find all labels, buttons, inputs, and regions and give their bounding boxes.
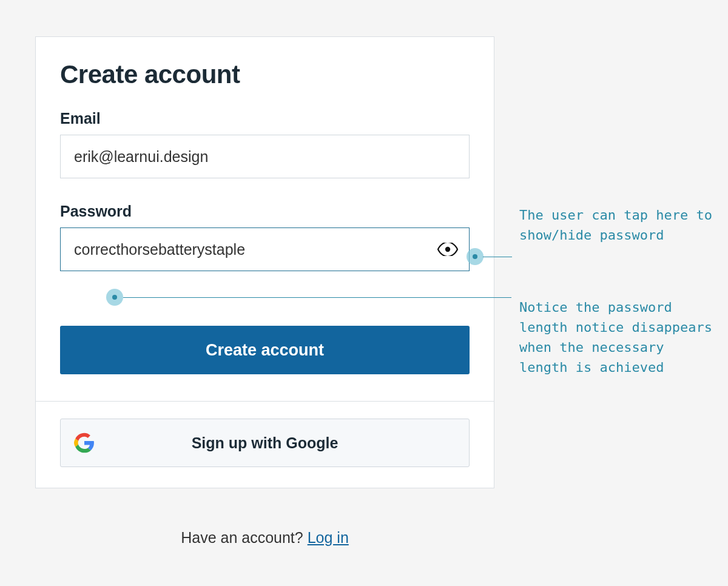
email-field[interactable] [60, 135, 470, 178]
log-in-link[interactable]: Log in [308, 529, 349, 546]
signup-card: Create account Email Password Create acc… [35, 36, 494, 488]
password-label: Password [60, 203, 470, 220]
eye-icon [437, 243, 458, 256]
password-field[interactable] [60, 227, 470, 271]
toggle-password-visibility-button[interactable] [437, 238, 459, 260]
email-input-wrap [60, 135, 470, 178]
annotation-marker-icon [106, 289, 123, 306]
footer-text: Have an account? Log in [35, 529, 494, 547]
card-upper: Create account Email Password Create acc… [36, 37, 494, 402]
google-button-label: Sign up with Google [192, 434, 339, 452]
annotation-line [123, 297, 511, 298]
annotation-marker-icon [467, 248, 484, 265]
create-account-button[interactable]: Create account [60, 326, 470, 374]
annotation-show-hide: The user can tap here to show/hide passw… [519, 205, 713, 245]
card-lower: Sign up with Google [36, 402, 494, 488]
sign-up-with-google-button[interactable]: Sign up with Google [60, 419, 470, 467]
page-title: Create account [60, 60, 470, 89]
password-input-wrap [60, 227, 470, 271]
footer-prompt: Have an account? [181, 529, 307, 546]
annotation-line [483, 257, 512, 257]
email-label: Email [60, 110, 470, 127]
svg-point-0 [445, 247, 450, 252]
annotation-length-notice: Notice the password length notice disapp… [519, 297, 713, 377]
google-icon [74, 433, 95, 453]
